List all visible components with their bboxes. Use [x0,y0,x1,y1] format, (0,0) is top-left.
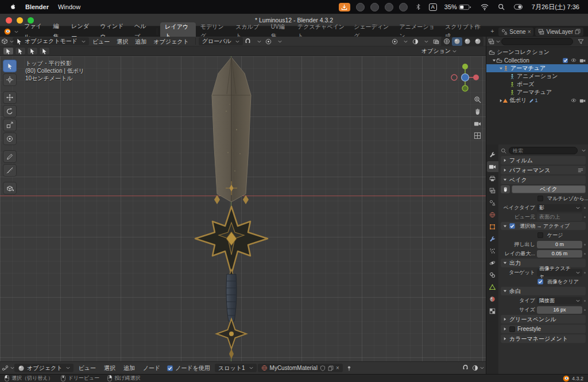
show-gizmo-toggle[interactable] [389,37,400,46]
proportional-editing-toggle[interactable] [264,37,274,46]
tab-scene[interactable] [487,197,498,208]
camera-view-button[interactable] [472,118,482,128]
outliner-row-collection[interactable]: Collection [486,56,588,64]
tab-modifiers[interactable] [487,233,498,244]
overlays-dropdown[interactable] [420,37,431,46]
select-mode-new-button[interactable] [3,47,14,55]
from-multires-checkbox[interactable] [537,196,543,201]
shading-rendered-button[interactable] [473,37,483,46]
shader-overlays-toggle[interactable] [473,364,483,372]
select-mode-intersect-button[interactable] [39,47,50,55]
expand-icon[interactable] [499,67,503,71]
disable-render-icon[interactable] [579,98,586,104]
editor-type-selector[interactable] [2,37,13,46]
pan-view-button[interactable] [472,106,482,116]
cage-row[interactable]: ケージ [537,231,586,239]
extrusion-field[interactable]: 0 m [537,241,582,248]
viewport-navigation-gizmo[interactable] [450,63,480,92]
clear-image-row[interactable]: 画像をクリア [537,278,586,286]
tab-tool[interactable] [487,149,498,160]
bake-button[interactable]: ベイク [512,185,586,193]
properties-filter-dropdown[interactable] [582,149,586,153]
xray-toggle[interactable] [431,37,441,46]
outliner-row-armature-object[interactable]: アーマチュア [486,64,588,72]
viewlayer-new-icon[interactable] [575,29,581,34]
menu-object[interactable]: オブジェクト [150,37,192,46]
outliner-editor-type-selector[interactable] [489,37,499,46]
tool-rotate[interactable] [3,105,17,118]
add-workspace-button[interactable]: + [486,27,498,36]
battery-indicator[interactable]: 35% [443,3,473,10]
tab-output[interactable] [487,173,498,184]
outliner-search-input[interactable] [501,38,573,45]
margin-type-dropdown[interactable]: 隣接面 [537,297,582,305]
select-mode-extend-button[interactable] [15,47,26,55]
panel-performance[interactable]: パフォーマンス [501,166,586,174]
tab-material[interactable] [487,294,498,305]
hide-viewport-icon[interactable] [570,98,577,103]
window-close-button[interactable] [6,17,12,24]
outliner-row-pose[interactable]: ポーズ [486,80,588,88]
tab-physics[interactable] [487,258,498,268]
pin-icon[interactable] [344,364,354,372]
select-mode-subtract-button[interactable] [27,47,38,55]
spotlight-search-icon[interactable] [496,3,506,10]
mode-selector[interactable]: オブジェクトモード [13,37,89,45]
shader-type-dropdown[interactable]: オブジェクト [14,364,74,372]
toggle-ortho-button[interactable] [472,130,482,141]
sword-model[interactable] [193,56,270,360]
menu-add[interactable]: 追加 [131,37,150,46]
zoom-view-button[interactable] [472,94,482,104]
menubar-app-icon-orange[interactable] [339,3,350,11]
tab-object[interactable] [487,221,498,232]
outliner-row-animation[interactable]: アニメーション [486,72,588,80]
scene-unlink-icon[interactable]: × [528,29,531,35]
tab-texture[interactable] [487,306,498,317]
tool-annotate[interactable] [3,150,17,163]
tool-transform[interactable] [3,132,17,145]
collection-checkbox[interactable] [563,58,568,63]
freestyle-checkbox[interactable] [509,326,515,332]
tool-move[interactable] [3,91,17,104]
tab-view-layer[interactable] [487,185,498,196]
panel-film[interactable]: フィルム [501,156,586,165]
panel-color-management[interactable]: カラーマネージメント [501,334,586,343]
shader-snap-toggle[interactable] [460,364,470,372]
outliner-row-scene-collection[interactable]: シーンコレクション [486,48,588,56]
viewlayer-selector[interactable]: ViewLayer [535,28,583,36]
tool-3d-cursor[interactable] [3,73,17,86]
preset-icon[interactable] [578,167,583,173]
tool-scale[interactable] [3,119,17,131]
menu-window[interactable]: Window [56,3,82,10]
max-ray-field[interactable]: 0.05 m [537,250,582,258]
app-menu-blender[interactable]: Blender [24,3,51,10]
selected-to-active-checkbox[interactable] [509,223,515,229]
tool-options-dropdown[interactable]: オプション [421,47,457,55]
blender-logo[interactable] [2,28,20,35]
overlays-toggle[interactable] [410,37,420,46]
shader-menu-add[interactable]: 追加 [120,363,138,373]
transform-orientation-selector[interactable]: グローバル [199,37,243,45]
menubar-status-icon-3[interactable] [385,3,393,11]
shading-material-button[interactable] [462,37,473,46]
bluetooth-icon[interactable] [413,3,423,10]
snap-toggle[interactable] [243,37,253,46]
use-nodes-toggle[interactable]: ノードを使用 [167,364,210,372]
menubar-clock[interactable]: 7月26日(土) 7:36 [530,3,581,11]
input-source-indicator[interactable]: A [429,3,437,11]
shader-menu-view[interactable]: ビュー [75,363,99,373]
menubar-status-icon-2[interactable] [370,3,379,11]
outliner-row-lowpoly-mesh[interactable]: 低ポリ 1 [486,96,588,104]
scene-selector[interactable]: Scene × [498,28,533,36]
control-center-icon[interactable] [512,4,524,10]
shader-editor-type-selector[interactable] [3,364,13,372]
panel-margin[interactable]: 余白 [501,287,586,295]
wifi-icon[interactable] [479,3,490,10]
tool-select-box[interactable] [3,60,17,72]
panel-bake[interactable]: ベイク [501,176,586,184]
menubar-status-icon-4[interactable] [399,3,408,11]
clear-image-checkbox[interactable] [537,279,543,284]
margin-size-field[interactable]: 16 px [537,306,582,314]
gizmo-dropdown[interactable] [400,37,410,46]
shader-menu-node[interactable]: ノード [140,363,164,373]
